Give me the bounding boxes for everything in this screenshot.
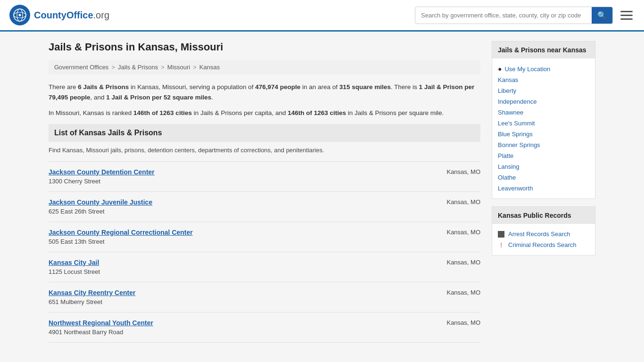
logo-icon	[9, 5, 30, 25]
bold-rank-sqmile: 146th of 1263 cities	[288, 109, 346, 116]
records-link-label: Arrest Records Search	[508, 230, 570, 238]
search-icon: 🔍	[597, 11, 607, 19]
menu-button[interactable]	[619, 9, 635, 22]
public-records-header: Kansas Public Records	[492, 207, 595, 224]
description-line1: There are 6 Jails & Prisons in Kansas, M…	[49, 82, 480, 102]
list-section-header: List of Kansas Jails & Prisons	[49, 124, 480, 142]
listing-address: 651 Mulberry Street	[49, 298, 102, 305]
sidebar: Jails & Prisons near Kansas ● Use My Loc…	[492, 41, 595, 343]
listing-name-link[interactable]: Jackson County Detention Center	[49, 168, 155, 176]
public-records-body: Arrest Records Search!Criminal Records S…	[492, 224, 595, 255]
hamburger-line	[620, 15, 633, 16]
location-icon: ●	[498, 65, 502, 73]
nearby-city-link[interactable]: Platte	[498, 150, 589, 161]
listing-row: Jackson County Detention Center 1300 Che…	[49, 168, 480, 185]
bold-area: 315 square miles	[339, 83, 391, 90]
breadcrumb-link-government-offices[interactable]: Government Offices	[54, 64, 108, 71]
records-link-label: Criminal Records Search	[508, 241, 577, 248]
listing-address: 4901 Northeast Barry Road	[49, 329, 123, 336]
listing-location: Kansas, MO	[446, 198, 480, 206]
svg-point-3	[19, 14, 21, 16]
public-records-section: Kansas Public Records Arrest Records Sea…	[492, 206, 595, 255]
listing-row: Kansas City Reentry Center 651 Mulberry …	[49, 289, 480, 305]
breadcrumb: Government Offices > Jails & Prisons > M…	[49, 60, 480, 74]
list-item: Kansas City Reentry Center 651 Mulberry …	[49, 282, 480, 312]
records-icon-square	[498, 231, 504, 238]
public-records-link[interactable]: Arrest Records Search	[498, 229, 589, 239]
page-title: Jails & Prisons in Kansas, Missouri	[49, 41, 480, 53]
listing-left: Kansas City Reentry Center 651 Mulberry …	[49, 289, 135, 305]
bold-population: 476,974 people	[255, 83, 300, 90]
bold-jails-count: 6 Jails & Prisons	[78, 83, 129, 90]
nearby-links-container: KansasLibertyIndependenceShawneeLee's Su…	[498, 74, 589, 194]
list-item: Jackson County Detention Center 1300 Che…	[49, 161, 480, 191]
listing-left: Jackson County Regional Correctional Cen…	[49, 229, 193, 245]
header-right: 🔍	[415, 7, 635, 24]
breadcrumb-link-missouri[interactable]: Missouri	[167, 64, 190, 71]
breadcrumb-link-jails-prisons[interactable]: Jails & Prisons	[118, 64, 158, 71]
hamburger-line	[620, 11, 633, 12]
use-my-location-label: Use My Location	[504, 66, 550, 73]
listings-container: Jackson County Detention Center 1300 Che…	[49, 161, 480, 343]
list-item: Jackson County Regional Correctional Cen…	[49, 222, 480, 252]
listing-row: Northwest Regional Youth Center 4901 Nor…	[49, 319, 480, 336]
nearby-city-link[interactable]: Blue Springs	[498, 129, 589, 140]
nearby-city-link[interactable]: Leavenworth	[498, 183, 589, 194]
logo-area: CountyOffice.org	[9, 5, 109, 25]
search-input[interactable]	[415, 8, 592, 23]
listing-address: 1125 Locust Street	[49, 268, 100, 275]
listing-row: Kansas City Jail 1125 Locust Street Kans…	[49, 259, 480, 275]
listing-name-link[interactable]: Kansas City Reentry Center	[49, 289, 135, 296]
public-records-links-container: Arrest Records Search!Criminal Records S…	[498, 229, 589, 250]
listing-left: Kansas City Jail 1125 Locust Street	[49, 259, 100, 275]
nearby-city-link[interactable]: Olathe	[498, 172, 589, 183]
nearby-city-link[interactable]: Shawnee	[498, 107, 589, 118]
public-records-link[interactable]: !Criminal Records Search	[498, 239, 589, 250]
find-text: Find Kansas, Missouri jails, prisons, de…	[49, 147, 480, 154]
breadcrumb-sep: >	[111, 64, 115, 71]
nearby-city-link[interactable]: Bonner Springs	[498, 140, 589, 150]
sidebar-near-header: Jails & Prisons near Kansas	[492, 41, 595, 58]
content-area: Jails & Prisons in Kansas, Missouri Gove…	[49, 41, 480, 343]
breadcrumb-current: Kansas	[199, 64, 220, 71]
list-item: Jackson County Juvenile Justice 625 East…	[49, 191, 480, 222]
sidebar-near-section: Jails & Prisons near Kansas ● Use My Loc…	[492, 41, 595, 199]
listing-address: 1300 Cherry Street	[49, 178, 100, 185]
records-icon-exclaim: !	[498, 242, 504, 248]
search-button[interactable]: 🔍	[592, 7, 612, 24]
sidebar-near-body: ● Use My Location KansasLibertyIndepende…	[492, 58, 595, 198]
listing-location: Kansas, MO	[446, 168, 480, 175]
bold-per-sqmile: 1 Jail & Prison per 52 square miles	[106, 94, 211, 101]
breadcrumb-sep: >	[193, 64, 197, 71]
nearby-city-link[interactable]: Kansas	[498, 74, 589, 85]
hamburger-line	[620, 18, 633, 20]
listing-left: Northwest Regional Youth Center 4901 Nor…	[49, 319, 153, 336]
logo-text: CountyOffice.org	[34, 10, 109, 21]
listing-name-link[interactable]: Kansas City Jail	[49, 259, 100, 266]
listing-location: Kansas, MO	[446, 319, 480, 326]
listing-left: Jackson County Detention Center 1300 Che…	[49, 168, 155, 185]
listing-name-link[interactable]: Jackson County Regional Correctional Cen…	[49, 229, 193, 236]
search-bar: 🔍	[415, 7, 613, 24]
listing-location: Kansas, MO	[446, 259, 480, 266]
breadcrumb-sep: >	[161, 64, 165, 71]
listing-row: Jackson County Juvenile Justice 625 East…	[49, 198, 480, 215]
main-container: Jails & Prisons in Kansas, Missouri Gove…	[39, 32, 605, 352]
nearby-city-link[interactable]: Lee's Summit	[498, 118, 589, 129]
header: CountyOffice.org 🔍	[0, 0, 644, 32]
bold-rank-capita: 146th of 1263 cities	[133, 109, 192, 116]
description-line2: In Missouri, Kansas is ranked 146th of 1…	[49, 108, 480, 118]
nearby-city-link[interactable]: Independence	[498, 96, 589, 107]
listing-name-link[interactable]: Jackson County Juvenile Justice	[49, 198, 152, 206]
nearby-city-link[interactable]: Liberty	[498, 85, 589, 96]
use-my-location-link[interactable]: ● Use My Location	[498, 63, 589, 74]
list-item: Northwest Regional Youth Center 4901 Nor…	[49, 312, 480, 343]
listing-location: Kansas, MO	[446, 289, 480, 296]
nearby-city-link[interactable]: Lansing	[498, 161, 589, 172]
listing-left: Jackson County Juvenile Justice 625 East…	[49, 198, 152, 215]
list-item: Kansas City Jail 1125 Locust Street Kans…	[49, 252, 480, 282]
listing-location: Kansas, MO	[446, 229, 480, 236]
listing-row: Jackson County Regional Correctional Cen…	[49, 229, 480, 245]
listing-address: 625 East 26th Street	[49, 208, 105, 215]
listing-name-link[interactable]: Northwest Regional Youth Center	[49, 319, 153, 327]
